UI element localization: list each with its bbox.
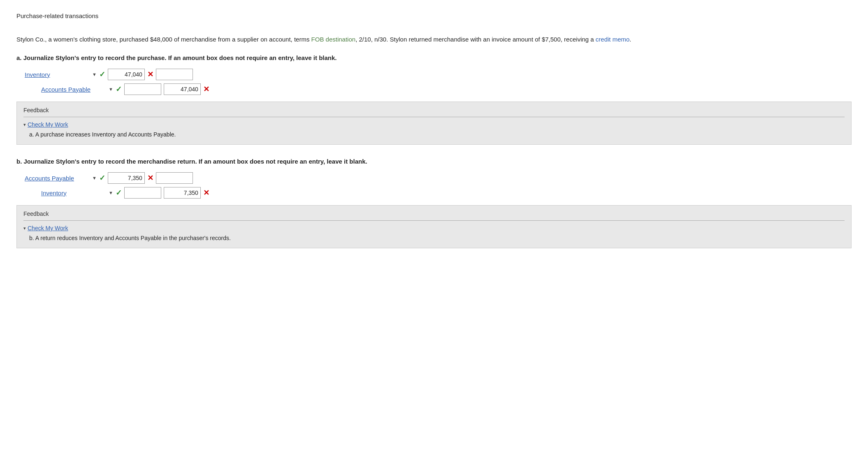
intro-text-1: Stylon Co., a women's clothing store, pu…	[16, 36, 311, 43]
part-a-feedback-text: a. A purchase increases Inventory and Ac…	[23, 131, 845, 138]
part-b-row-1: Accounts Payable ▼ ✓ ✕	[25, 172, 852, 184]
part-a-account-1-arrow[interactable]: ▼	[92, 72, 97, 77]
part-b-account-2-arrow[interactable]: ▼	[109, 190, 113, 195]
part-a-credit-2[interactable]	[164, 83, 201, 95]
part-b-feedback-box: Feedback ▾ Check My Work b. A return red…	[16, 205, 852, 248]
part-b-row1-check: ✓	[99, 173, 105, 183]
intro-text-3: .	[629, 36, 631, 43]
part-a-label: a.	[16, 54, 22, 61]
part-b-debit-1[interactable]	[108, 172, 145, 184]
part-a-text: Journalize Stylon's entry to record the …	[23, 54, 337, 61]
part-a-account-1-button[interactable]: Inventory	[25, 71, 91, 78]
part-a-account-1-dropdown[interactable]: Inventory ▼	[25, 71, 97, 78]
part-b-debit-2[interactable]	[124, 187, 161, 199]
part-b-cmw-arrow: ▾	[23, 226, 26, 231]
part-b-section: b. Journalize Stylon's entry to record t…	[16, 158, 852, 248]
part-b-account-1-arrow[interactable]: ▼	[92, 176, 97, 180]
intro-paragraph: Stylon Co., a women's clothing store, pu…	[16, 35, 852, 44]
part-b-journal: Accounts Payable ▼ ✓ ✕ Inventory ▼ ✓ ✕	[16, 172, 852, 199]
intro-text-2: , 2/10, n/30. Stylon returned merchandis…	[355, 36, 596, 43]
part-b-check-my-work-button[interactable]: Check My Work	[28, 225, 68, 231]
part-b-feedback-divider	[23, 220, 845, 221]
part-b-row-2: Inventory ▼ ✓ ✕	[25, 187, 852, 199]
part-b-question: b. Journalize Stylon's entry to record t…	[16, 158, 852, 165]
part-a-journal: Inventory ▼ ✓ ✕ Accounts Payable ▼ ✓ ✕	[16, 69, 852, 95]
part-a-check-my-work-row: ▾ Check My Work	[23, 121, 845, 128]
part-b-check-my-work-row: ▾ Check My Work	[23, 225, 845, 231]
part-a-credit-1[interactable]	[156, 69, 193, 80]
part-a-account-2-arrow[interactable]: ▼	[109, 87, 113, 92]
part-a-credit-2-clear[interactable]: ✕	[203, 85, 209, 94]
part-b-feedback-text: b. A return reduces Inventory and Accoun…	[23, 235, 845, 241]
part-b-debit-1-clear[interactable]: ✕	[147, 173, 153, 183]
part-a-debit-1[interactable]	[108, 69, 145, 80]
part-a-row-2: Accounts Payable ▼ ✓ ✕	[25, 83, 852, 95]
part-a-row2-check: ✓	[116, 85, 122, 94]
part-a-feedback-label: Feedback	[23, 107, 845, 113]
part-b-account-2-dropdown[interactable]: Inventory ▼	[41, 190, 113, 197]
part-b-row2-check: ✓	[116, 188, 122, 197]
part-a-account-2-dropdown[interactable]: Accounts Payable ▼	[41, 86, 113, 93]
part-b-account-1-button[interactable]: Accounts Payable	[25, 175, 91, 182]
part-b-credit-2[interactable]	[164, 187, 201, 199]
part-b-account-1-dropdown[interactable]: Accounts Payable ▼	[25, 175, 97, 182]
part-a-account-2-button[interactable]: Accounts Payable	[41, 86, 107, 93]
part-a-question: a. Journalize Stylon's entry to record t…	[16, 54, 852, 61]
credit-memo-link[interactable]: credit memo	[596, 36, 630, 43]
part-a-cmw-arrow: ▾	[23, 122, 26, 127]
page-title: Purchase-related transactions	[16, 12, 852, 19]
part-a-feedback-divider	[23, 117, 845, 117]
part-a-check-my-work-button[interactable]: Check My Work	[28, 121, 68, 128]
part-a-feedback-box: Feedback ▾ Check My Work a. A purchase i…	[16, 102, 852, 145]
part-a-row-1: Inventory ▼ ✓ ✕	[25, 69, 852, 80]
part-b-credit-1[interactable]	[156, 172, 193, 184]
part-a-debit-1-clear[interactable]: ✕	[147, 70, 153, 79]
part-b-credit-2-clear[interactable]: ✕	[203, 188, 209, 197]
part-a-debit-2[interactable]	[124, 83, 161, 95]
part-b-text: Journalize Stylon's entry to record the …	[24, 158, 367, 165]
part-a-row1-check: ✓	[99, 70, 105, 79]
part-b-label: b.	[16, 158, 22, 165]
part-b-feedback-label: Feedback	[23, 210, 845, 217]
part-b-account-2-button[interactable]: Inventory	[41, 190, 107, 197]
fob-link[interactable]: FOB destination	[311, 36, 356, 43]
